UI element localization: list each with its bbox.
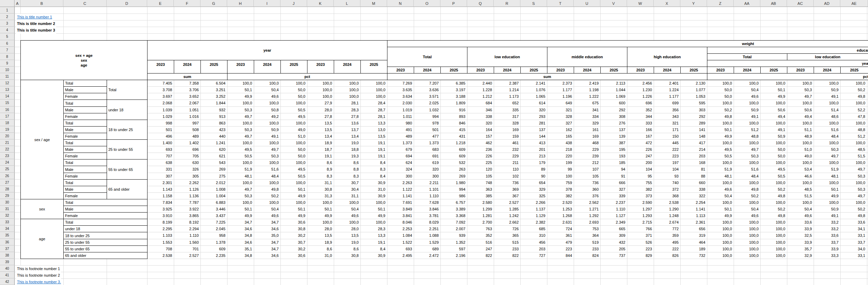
cell-I38[interactable]: 34,6 (254, 252, 280, 259)
cell-R19[interactable]: 169 (494, 126, 520, 133)
cell-K30[interactable]: 100,0 (307, 199, 334, 206)
cell-AC30[interactable]: 100,0 (787, 199, 814, 206)
cell-M32[interactable]: 49,9 (360, 212, 387, 219)
cell-K24[interactable]: 8,6 (307, 159, 334, 166)
cell-O16[interactable]: 1.032 (414, 106, 440, 113)
cell-H27[interactable]: 100,0 (227, 179, 254, 186)
cell-AA12[interactable]: 100,0 (734, 80, 760, 86)
row-label-age[interactable]: 55 to under 65 (107, 159, 147, 180)
select-all-corner[interactable] (0, 0, 15, 7)
cell-K36[interactable]: 18,9 (307, 239, 334, 245)
cell-E33[interactable]: 8.199 (147, 219, 174, 225)
cell-J23[interactable]: 50,0 (280, 153, 307, 159)
column-header-AD[interactable]: AD (814, 0, 840, 7)
year-column-header[interactable]: 2024 (254, 60, 281, 74)
cell-G13[interactable]: 3.251 (200, 86, 227, 93)
cell-T33[interactable]: 2.631 (547, 219, 574, 225)
cell-AC19[interactable]: 51,1 (787, 126, 814, 133)
sum-band-weight-panel[interactable]: sum (387, 73, 707, 80)
cell-Y20[interactable]: 148 (680, 133, 707, 139)
row-label-age[interactable]: 25 to under 55 (107, 139, 147, 159)
cell-Z32[interactable]: 49,9 (707, 212, 734, 219)
cell-R22[interactable]: 232 (494, 146, 520, 153)
cell-T13[interactable]: 1.177 (547, 86, 574, 93)
cell-AE23[interactable]: 51,5 (840, 153, 867, 159)
cell-M24[interactable]: 8,4 (360, 159, 387, 166)
cell-E30[interactable]: 7.834 (147, 199, 174, 206)
cell-AA31[interactable]: 50,4 (734, 206, 760, 212)
cell-H30[interactable]: 100,0 (227, 199, 254, 206)
cell-AC31[interactable]: 50,4 (787, 206, 814, 212)
row-header-22[interactable]: 22 (0, 146, 15, 153)
cell-K14[interactable]: 100,0 (307, 93, 334, 100)
cell-H26[interactable]: 48,1 (227, 173, 254, 179)
cell-K16[interactable]: 28,0 (307, 106, 334, 113)
cell-L18[interactable]: 13,6 (334, 120, 360, 126)
cell-AB27[interactable]: 100,0 (760, 179, 787, 186)
cell-S30[interactable]: 2.266 (520, 199, 547, 206)
column-header-AB[interactable]: AB (760, 0, 787, 7)
cell-X23[interactable]: 223 (654, 153, 680, 159)
cell-Z14[interactable]: 50,0 (707, 93, 734, 100)
cell-O13[interactable]: 3.636 (414, 86, 440, 93)
cell-O23[interactable]: 691 (414, 153, 440, 159)
cell-AA17[interactable]: 49,1 (734, 113, 760, 120)
cell-N22[interactable]: 679 (387, 146, 414, 153)
footnote-hyperlink[interactable]: This is footnote number 3. (16, 279, 62, 285)
row-header-6[interactable]: 6 (0, 40, 15, 47)
cell-K29[interactable]: 31,3 (307, 192, 334, 199)
cell-O32[interactable]: 3.781 (414, 212, 440, 219)
cell-H18[interactable]: 100,0 (227, 120, 254, 126)
cell-L29[interactable]: 31,1 (334, 192, 360, 199)
cell-X22[interactable]: 222 (654, 146, 680, 153)
cell-AD12[interactable]: 100,0 (814, 80, 840, 86)
cell-AD28[interactable]: 50,1 (814, 186, 840, 192)
cell-AD21[interactable]: 100,0 (814, 139, 840, 146)
cell-R30[interactable]: 2.527 (494, 199, 520, 206)
cell-AE33[interactable]: 33,6 (840, 219, 867, 225)
cell-AB32[interactable]: 49,8 (760, 212, 787, 219)
cell-E25[interactable]: 331 (147, 166, 174, 173)
row-header-38[interactable]: 38 (0, 252, 15, 259)
cell-AC15[interactable]: 100,0 (787, 100, 814, 106)
row-header-15[interactable]: 15 (0, 100, 15, 106)
cell-T17[interactable]: 328 (547, 113, 574, 120)
column-header-U[interactable]: U (574, 0, 600, 7)
year-column-header[interactable]: 2024 (734, 67, 761, 74)
cell-K34[interactable]: 28,0 (307, 225, 334, 232)
cell-Z17[interactable]: 49,8 (707, 113, 734, 120)
cell-T21[interactable]: 438 (547, 139, 574, 146)
cell-W28[interactable]: 382 (627, 186, 654, 192)
cell-L19[interactable]: 13,7 (334, 126, 360, 133)
cell-T37[interactable]: 223 (547, 245, 574, 252)
cell-F23[interactable]: 705 (174, 153, 200, 159)
row-header-28[interactable]: 28 (0, 186, 15, 192)
cell-I35[interactable]: 35,0 (254, 232, 280, 239)
cell-F17[interactable]: 1.016 (174, 113, 200, 120)
cell-AA30[interactable]: 100,0 (734, 199, 760, 206)
cell-O15[interactable]: 2.025 (414, 100, 440, 106)
cell-I25[interactable]: 51,6 (254, 166, 280, 173)
cell-Q19[interactable]: 164 (467, 126, 494, 133)
cell-P36[interactable]: 1.352 (440, 239, 467, 245)
cell-AE18[interactable]: 100,0 (840, 120, 867, 126)
cell-I21[interactable]: 100,0 (254, 139, 280, 146)
cell-J24[interactable]: 100,0 (280, 159, 307, 166)
cell-Z22[interactable]: 49,5 (707, 146, 734, 153)
cell-AC12[interactable]: 100,0 (787, 80, 814, 86)
cell-H33[interactable]: 34,7 (227, 219, 254, 225)
cell-F21[interactable]: 1.402 (174, 139, 200, 146)
cell-J27[interactable]: 100,0 (280, 179, 307, 186)
row-header-23[interactable]: 23 (0, 153, 15, 159)
cell-M28[interactable]: 31,0 (360, 186, 387, 192)
year-band-header[interactable]: year (707, 60, 868, 67)
cell-I17[interactable]: 49,2 (254, 113, 280, 120)
cell-E38[interactable]: 2.538 (147, 252, 174, 259)
cell-Q29[interactable]: 385 (467, 192, 494, 199)
cell-E20[interactable]: 496 (147, 133, 174, 139)
cell-L21[interactable]: 19,0 (334, 139, 360, 146)
education-panel-header[interactable]: education (707, 47, 868, 54)
stub-header[interactable]: sex + age sex age (20, 40, 147, 80)
row-group-label-sex-age[interactable]: sex / age (20, 80, 64, 199)
cell-Y21[interactable]: 417 (680, 139, 707, 146)
